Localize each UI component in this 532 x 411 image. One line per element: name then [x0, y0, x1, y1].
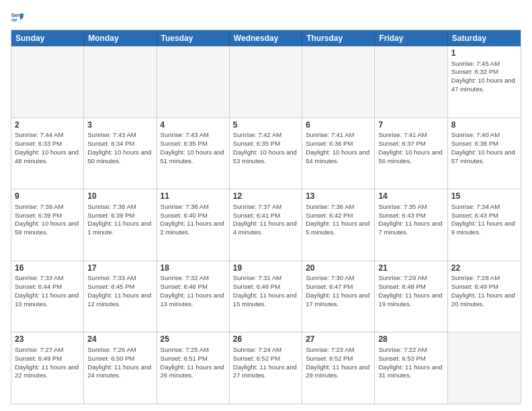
day-info: Sunrise: 7:43 AM Sunset: 6:35 PM Dayligh… [161, 131, 226, 165]
calendar: SundayMondayTuesdayWednesdayThursdayFrid… [11, 30, 521, 404]
day-info: Sunrise: 7:28 AM Sunset: 6:49 PM Dayligh… [451, 274, 517, 308]
day-number: 16 [15, 263, 80, 274]
day-cell: 26Sunrise: 7:24 AM Sunset: 6:52 PM Dayli… [230, 332, 302, 404]
day-cell [375, 46, 447, 118]
day-header-monday: Monday [84, 30, 157, 46]
day-cell: 17Sunrise: 7:33 AM Sunset: 6:45 PM Dayli… [84, 261, 157, 332]
day-number: 1 [451, 48, 517, 59]
day-cell: 7Sunrise: 7:41 AM Sunset: 6:37 PM Daylig… [375, 118, 447, 189]
day-cell [157, 46, 230, 118]
day-info: Sunrise: 7:24 AM Sunset: 6:52 PM Dayligh… [233, 346, 298, 380]
day-info: Sunrise: 7:37 AM Sunset: 6:41 PM Dayligh… [233, 203, 298, 237]
day-info: Sunrise: 7:33 AM Sunset: 6:44 PM Dayligh… [15, 274, 80, 308]
day-number: 10 [87, 191, 152, 202]
day-info: Sunrise: 7:34 AM Sunset: 6:43 PM Dayligh… [451, 203, 517, 237]
day-number: 25 [161, 334, 226, 345]
day-cell: 15Sunrise: 7:34 AM Sunset: 6:43 PM Dayli… [448, 189, 521, 261]
day-number: 15 [451, 191, 517, 202]
day-number: 2 [15, 120, 80, 131]
day-number: 23 [15, 334, 80, 345]
day-cell: 11Sunrise: 7:38 AM Sunset: 6:40 PM Dayli… [157, 189, 230, 261]
header: Gene ral [11, 11, 521, 24]
day-info: Sunrise: 7:32 AM Sunset: 6:46 PM Dayligh… [161, 274, 226, 308]
day-header-saturday: Saturday [448, 30, 521, 46]
week-row-4: 16Sunrise: 7:33 AM Sunset: 6:44 PM Dayli… [11, 261, 521, 332]
day-number: 20 [306, 263, 371, 274]
day-cell: 25Sunrise: 7:25 AM Sunset: 6:51 PM Dayli… [157, 332, 230, 404]
day-number: 12 [233, 191, 298, 202]
week-row-5: 23Sunrise: 7:27 AM Sunset: 6:49 PM Dayli… [11, 332, 521, 404]
day-cell: 6Sunrise: 7:41 AM Sunset: 6:36 PM Daylig… [302, 118, 375, 189]
day-cell: 20Sunrise: 7:30 AM Sunset: 6:47 PM Dayli… [302, 261, 375, 332]
day-info: Sunrise: 7:35 AM Sunset: 6:43 PM Dayligh… [378, 203, 443, 237]
day-number: 3 [87, 120, 152, 131]
day-headers: SundayMondayTuesdayWednesdayThursdayFrid… [11, 30, 521, 46]
day-number: 9 [15, 191, 80, 202]
day-cell: 9Sunrise: 7:39 AM Sunset: 6:39 PM Daylig… [11, 189, 84, 261]
day-header-thursday: Thursday [302, 30, 375, 46]
day-cell: 1Sunrise: 7:45 AM Sunset: 6:32 PM Daylig… [448, 46, 521, 118]
week-row-3: 9Sunrise: 7:39 AM Sunset: 6:39 PM Daylig… [11, 189, 521, 261]
day-cell [11, 46, 84, 118]
week-row-1: 1Sunrise: 7:45 AM Sunset: 6:32 PM Daylig… [11, 46, 521, 118]
day-info: Sunrise: 7:44 AM Sunset: 6:33 PM Dayligh… [15, 131, 80, 165]
day-number: 19 [233, 263, 298, 274]
day-cell: 12Sunrise: 7:37 AM Sunset: 6:41 PM Dayli… [230, 189, 302, 261]
day-number: 26 [233, 334, 298, 345]
day-number: 21 [378, 263, 443, 274]
day-info: Sunrise: 7:31 AM Sunset: 6:46 PM Dayligh… [233, 274, 298, 308]
day-cell: 21Sunrise: 7:29 AM Sunset: 6:48 PM Dayli… [375, 261, 447, 332]
day-header-wednesday: Wednesday [230, 30, 302, 46]
day-cell: 5Sunrise: 7:42 AM Sunset: 6:35 PM Daylig… [230, 118, 302, 189]
day-cell: 13Sunrise: 7:36 AM Sunset: 6:42 PM Dayli… [302, 189, 375, 261]
day-cell [448, 332, 521, 404]
day-info: Sunrise: 7:36 AM Sunset: 6:42 PM Dayligh… [306, 203, 371, 237]
day-info: Sunrise: 7:43 AM Sunset: 6:34 PM Dayligh… [87, 131, 152, 165]
day-cell: 28Sunrise: 7:22 AM Sunset: 6:53 PM Dayli… [375, 332, 447, 404]
day-header-sunday: Sunday [11, 30, 84, 46]
week-row-2: 2Sunrise: 7:44 AM Sunset: 6:33 PM Daylig… [11, 118, 521, 189]
day-info: Sunrise: 7:42 AM Sunset: 6:35 PM Dayligh… [233, 131, 298, 165]
day-info: Sunrise: 7:38 AM Sunset: 6:40 PM Dayligh… [161, 203, 226, 237]
day-number: 28 [378, 334, 443, 345]
day-info: Sunrise: 7:41 AM Sunset: 6:37 PM Dayligh… [378, 131, 443, 165]
day-number: 27 [306, 334, 371, 345]
day-number: 4 [161, 120, 226, 131]
day-number: 7 [378, 120, 443, 131]
day-number: 14 [378, 191, 443, 202]
day-number: 18 [161, 263, 226, 274]
day-info: Sunrise: 7:39 AM Sunset: 6:39 PM Dayligh… [15, 203, 80, 237]
day-number: 11 [161, 191, 226, 202]
svg-text:ral: ral [11, 17, 17, 22]
day-cell: 2Sunrise: 7:44 AM Sunset: 6:33 PM Daylig… [11, 118, 84, 189]
day-cell: 16Sunrise: 7:33 AM Sunset: 6:44 PM Dayli… [11, 261, 84, 332]
day-info: Sunrise: 7:38 AM Sunset: 6:39 PM Dayligh… [87, 203, 152, 237]
day-info: Sunrise: 7:25 AM Sunset: 6:51 PM Dayligh… [161, 346, 226, 380]
day-number: 5 [233, 120, 298, 131]
day-number: 24 [87, 334, 152, 345]
day-cell: 24Sunrise: 7:26 AM Sunset: 6:50 PM Dayli… [84, 332, 157, 404]
day-cell: 14Sunrise: 7:35 AM Sunset: 6:43 PM Dayli… [375, 189, 447, 261]
day-cell [302, 46, 375, 118]
day-number: 17 [87, 263, 152, 274]
day-info: Sunrise: 7:45 AM Sunset: 6:32 PM Dayligh… [451, 60, 517, 94]
day-info: Sunrise: 7:41 AM Sunset: 6:36 PM Dayligh… [306, 131, 371, 165]
day-info: Sunrise: 7:22 AM Sunset: 6:53 PM Dayligh… [378, 346, 443, 380]
logo: Gene ral [11, 11, 27, 24]
day-cell [230, 46, 302, 118]
day-cell: 19Sunrise: 7:31 AM Sunset: 6:46 PM Dayli… [230, 261, 302, 332]
day-cell [84, 46, 157, 118]
day-info: Sunrise: 7:26 AM Sunset: 6:50 PM Dayligh… [87, 346, 152, 380]
day-cell: 3Sunrise: 7:43 AM Sunset: 6:34 PM Daylig… [84, 118, 157, 189]
day-number: 8 [451, 120, 517, 131]
weeks-container: 1Sunrise: 7:45 AM Sunset: 6:32 PM Daylig… [11, 46, 521, 404]
day-info: Sunrise: 7:23 AM Sunset: 6:52 PM Dayligh… [306, 346, 371, 380]
day-number: 13 [306, 191, 371, 202]
day-cell: 8Sunrise: 7:40 AM Sunset: 6:38 PM Daylig… [448, 118, 521, 189]
day-info: Sunrise: 7:40 AM Sunset: 6:38 PM Dayligh… [451, 131, 517, 165]
page: Gene ral SundayMondayTuesdayWednesdayThu… [0, 0, 532, 411]
day-cell: 18Sunrise: 7:32 AM Sunset: 6:46 PM Dayli… [157, 261, 230, 332]
day-info: Sunrise: 7:29 AM Sunset: 6:48 PM Dayligh… [378, 274, 443, 308]
day-header-friday: Friday [375, 30, 447, 46]
day-cell: 23Sunrise: 7:27 AM Sunset: 6:49 PM Dayli… [11, 332, 84, 404]
